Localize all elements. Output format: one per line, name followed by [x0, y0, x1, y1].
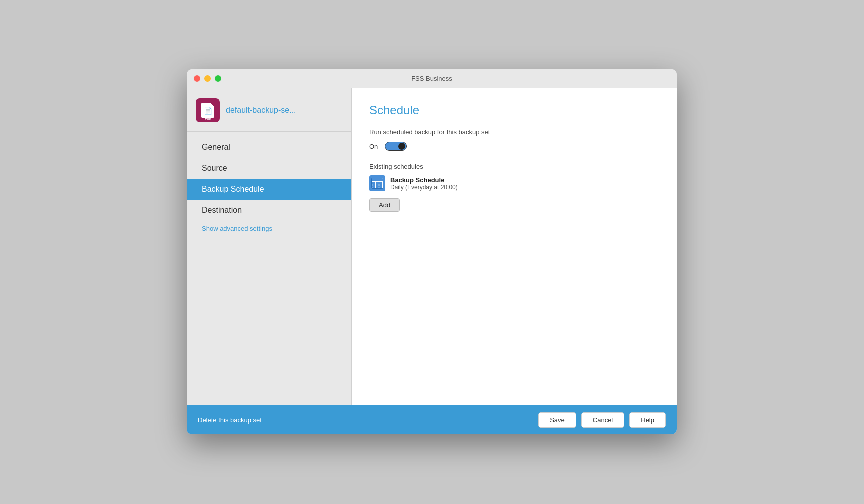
sidebar-item-general[interactable]: General: [187, 137, 352, 158]
window-title: FSS Business: [412, 75, 452, 82]
app-icon: 📄 File: [196, 98, 220, 122]
sidebar-item-source[interactable]: Source: [187, 158, 352, 179]
schedule-detail: Daily (Everyday at 20:00): [390, 184, 458, 191]
app-window: FSS Business 📄 File default-backup-se...…: [187, 70, 677, 434]
footer-buttons: Save Cancel Help: [538, 412, 666, 428]
sidebar-header: 📄 File default-backup-se...: [187, 88, 352, 132]
schedule-item: Backup Schedule Daily (Everyday at 20:00…: [370, 176, 660, 192]
sidebar-item-destination[interactable]: Destination: [187, 200, 352, 221]
existing-schedules-label: Existing schedules: [370, 163, 660, 170]
minimize-button[interactable]: [204, 76, 211, 82]
sidebar-nav: General Source Backup Schedule Destinati…: [187, 132, 352, 406]
file-icon-doc: 📄: [202, 103, 214, 118]
calendar-icon: [372, 178, 384, 189]
cal-dot-4: [372, 186, 376, 188]
file-icon-symbol: 📄: [204, 107, 212, 115]
delete-backup-set-link[interactable]: Delete this backup set: [198, 416, 262, 424]
close-button[interactable]: [194, 76, 200, 82]
schedule-icon: [370, 176, 386, 192]
content-area: Schedule Run scheduled backup for this b…: [352, 88, 677, 406]
cancel-button[interactable]: Cancel: [582, 412, 624, 428]
page-title: Schedule: [370, 104, 660, 118]
show-advanced-settings-link[interactable]: Show advanced settings: [187, 221, 352, 236]
help-button[interactable]: Help: [630, 412, 666, 428]
schedule-toggle[interactable]: [385, 142, 407, 151]
cal-dot-6: [380, 186, 382, 188]
window-controls: [194, 76, 222, 82]
cal-dot-3: [380, 182, 382, 185]
cal-dot-5: [376, 186, 379, 188]
toggle-row: On: [370, 142, 660, 151]
footer-bar: Delete this backup set Save Cancel Help: [187, 406, 677, 434]
run-scheduled-label: Run scheduled backup for this backup set: [370, 128, 660, 136]
sidebar: 📄 File default-backup-se... General Sour…: [187, 88, 352, 406]
sidebar-item-backup-schedule[interactable]: Backup Schedule: [187, 179, 352, 200]
schedule-text: Backup Schedule Daily (Everyday at 20:00…: [390, 176, 458, 191]
add-schedule-button[interactable]: Add: [370, 198, 400, 212]
toggle-label: On: [370, 143, 378, 150]
toggle-knob: [398, 143, 406, 150]
titlebar: FSS Business: [187, 70, 677, 88]
file-icon-label: File: [205, 117, 211, 120]
maximize-button[interactable]: [215, 76, 222, 82]
calendar-body: [372, 182, 383, 188]
schedule-name: Backup Schedule: [390, 176, 458, 184]
cal-dot-1: [372, 182, 376, 185]
main-content: 📄 File default-backup-se... General Sour…: [187, 88, 677, 406]
cal-dot-2: [376, 182, 379, 185]
save-button[interactable]: Save: [538, 412, 576, 428]
backup-set-name: default-backup-se...: [226, 106, 296, 115]
